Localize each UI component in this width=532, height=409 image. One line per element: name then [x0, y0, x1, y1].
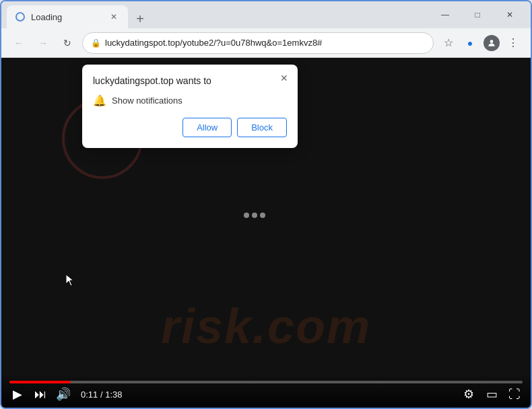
watermark-text: risk.com [1, 299, 531, 354]
globe-icon [15, 12, 25, 22]
maximize-button[interactable]: □ [462, 4, 493, 26]
bookmark-button[interactable]: ☆ [439, 34, 458, 52]
loading-dot-1 [244, 213, 249, 218]
toolbar-icons: ☆ ● ⋮ [439, 34, 523, 52]
url-field[interactable]: 🔒 luckydatingspot.top/yotube2/?u=0u78hwq… [82, 32, 434, 54]
tab-favicon [15, 11, 26, 22]
controls-right: ⚙ ▭ ⛶ [461, 386, 523, 402]
page-content: JT risk.com ✕ luckydatingspot.top wants … [1, 58, 531, 408]
url-text: luckydatingspot.top/yotube2/?u=0u78hwq&o… [105, 38, 322, 48]
back-button[interactable]: ← [9, 34, 28, 52]
allow-button[interactable]: Allow [182, 118, 232, 137]
dialog-title: luckydatingspot.top wants to [93, 75, 287, 86]
window-controls: — □ ✕ [430, 4, 525, 26]
mouse-cursor [66, 274, 77, 288]
loading-dots [244, 213, 265, 218]
forward-button[interactable]: → [34, 34, 53, 52]
loading-dot-3 [260, 213, 265, 218]
loading-dot-2 [252, 213, 257, 218]
active-tab[interactable]: Loading ✕ [7, 5, 128, 28]
notification-row: 🔔 Show notifications [93, 94, 287, 107]
bell-icon: 🔔 [93, 94, 106, 107]
profile-button[interactable] [482, 34, 501, 52]
progress-fill [9, 381, 71, 383]
progress-bar[interactable] [9, 381, 523, 383]
block-button[interactable]: Block [237, 118, 287, 137]
volume-button[interactable]: 🔊 [55, 386, 71, 402]
dialog-buttons: Allow Block [93, 118, 287, 137]
browser-window: Loading ✕ + — □ ✕ ← → ↻ 🔒 luckydatingspo… [0, 0, 532, 409]
permission-dialog: ✕ luckydatingspot.top wants to 🔔 Show no… [82, 65, 298, 148]
lock-icon: 🔒 [91, 38, 101, 48]
record-indicator: ● [461, 34, 479, 52]
settings-button[interactable]: ⚙ [461, 386, 477, 402]
fullscreen-button[interactable]: ⛶ [506, 386, 523, 402]
minimize-button[interactable]: — [430, 4, 461, 26]
theater-button[interactable]: ▭ [484, 386, 500, 402]
play-button[interactable]: ▶ [9, 386, 26, 402]
time-display: 0:11 / 1:38 [81, 389, 122, 400]
address-bar: ← → ↻ 🔒 luckydatingspot.top/yotube2/?u=0… [1, 28, 531, 58]
tab-area: Loading ✕ + [7, 1, 430, 28]
controls-row: ▶ ⏭ 🔊 0:11 / 1:38 ⚙ ▭ ⛶ [9, 386, 523, 402]
tab-close-button[interactable]: ✕ [108, 11, 120, 23]
title-bar: Loading ✕ + — □ ✕ [1, 1, 531, 28]
video-controls: ▶ ⏭ 🔊 0:11 / 1:38 ⚙ ▭ ⛶ [1, 373, 531, 408]
skip-button[interactable]: ⏭ [32, 386, 48, 402]
refresh-button[interactable]: ↻ [58, 34, 77, 52]
tab-title: Loading [31, 12, 102, 22]
svg-point-0 [490, 40, 494, 43]
new-tab-button[interactable]: + [131, 9, 149, 28]
notification-label: Show notifications [112, 96, 182, 106]
profile-icon [484, 35, 500, 51]
close-button[interactable]: ✕ [494, 4, 525, 26]
menu-button[interactable]: ⋮ [504, 34, 523, 52]
dialog-close-button[interactable]: ✕ [277, 71, 291, 85]
